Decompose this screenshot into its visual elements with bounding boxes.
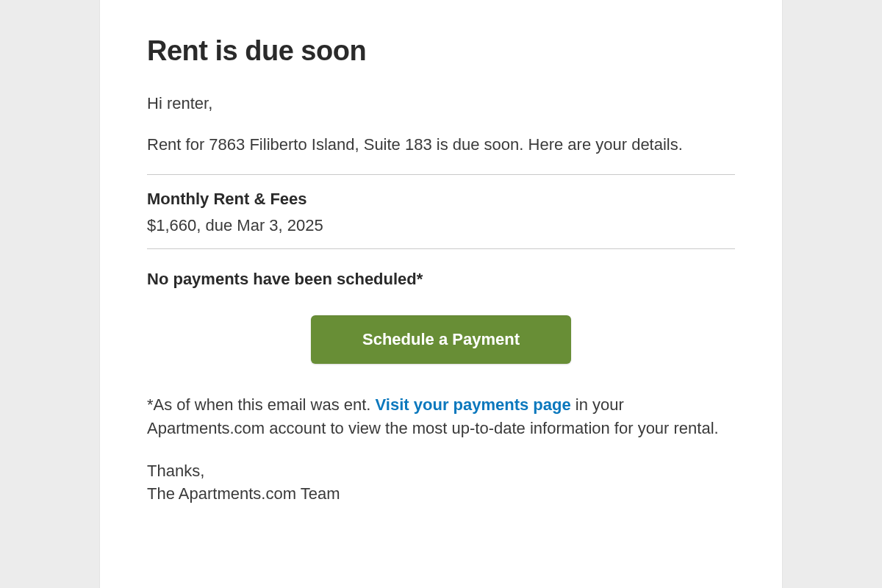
page-title: Rent is due soon xyxy=(147,35,735,67)
email-card: Rent is due soon Hi renter, Rent for 786… xyxy=(99,0,783,588)
rent-fees-value: $1,660, due Mar 3, 2025 xyxy=(147,216,735,235)
no-payments-text: No payments have been scheduled* xyxy=(147,270,735,289)
greeting-text: Hi renter, xyxy=(147,92,735,115)
intro-text: Rent for 7863 Filiberto Island, Suite 18… xyxy=(147,133,735,157)
footnote-text: *As of when this email was ent. Visit yo… xyxy=(147,393,735,440)
divider xyxy=(147,174,735,175)
signoff-team: The Apartments.com Team xyxy=(147,484,340,503)
signoff-thanks: Thanks, xyxy=(147,462,204,480)
footnote-prefix: *As of when this email was ent. xyxy=(147,395,376,414)
rent-fees-label: Monthly Rent & Fees xyxy=(147,190,735,209)
signoff: Thanks, The Apartments.com Team xyxy=(147,459,735,506)
schedule-payment-button[interactable]: Schedule a Payment xyxy=(311,315,571,364)
payments-page-link[interactable]: Visit your payments page xyxy=(376,395,571,414)
cta-row: Schedule a Payment xyxy=(147,315,735,364)
divider xyxy=(147,248,735,249)
